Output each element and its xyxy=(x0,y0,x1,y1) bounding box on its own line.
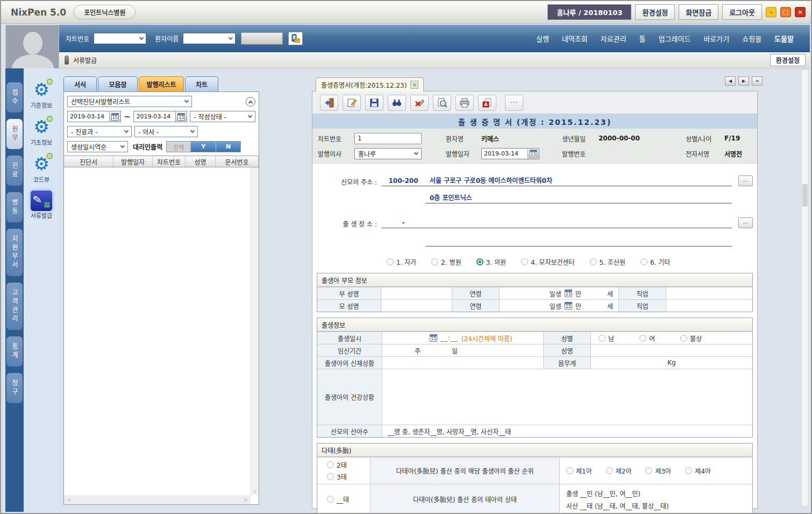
doctor-select[interactable]: - 의사 - xyxy=(134,126,198,137)
order-option-1[interactable]: 제1아 xyxy=(566,466,592,475)
date-to-input[interactable]: 2019-03-14 15 xyxy=(133,111,187,122)
menu-shortcut[interactable]: 바로가기 xyxy=(703,33,729,44)
place-option-clinic[interactable]: 3. 의원 xyxy=(476,257,506,266)
menu-tools[interactable]: 툴 xyxy=(639,33,646,44)
sms-button[interactable] xyxy=(288,32,303,45)
menu-shop[interactable]: 쇼핑몰 xyxy=(742,33,761,44)
body-condition-input[interactable] xyxy=(382,357,543,369)
delete-button[interactable] xyxy=(410,95,429,111)
sidebar-tab-treatment[interactable]: 진료 xyxy=(6,156,23,186)
mother-job-input[interactable] xyxy=(666,300,752,312)
restore-button[interactable]: □ xyxy=(780,7,791,17)
menu-upgrade[interactable]: 업그레이드 xyxy=(659,33,691,44)
calendar-button[interactable]: 15 xyxy=(175,111,187,122)
birth-place-line[interactable] xyxy=(425,227,732,228)
scroll-left-arrow[interactable]: < xyxy=(67,497,71,503)
sidebar-tab-ward[interactable]: 병동 xyxy=(6,192,23,222)
shortcut-base-info[interactable]: ⚙ ⚙ 기준정보 xyxy=(29,79,54,109)
place-option-midwifery[interactable]: 5. 조산원 xyxy=(590,257,625,266)
calendar-button[interactable]: 15 xyxy=(528,149,539,159)
list-vertical-scrollbar[interactable]: ∨ xyxy=(251,167,259,495)
twins-option[interactable]: 2태 xyxy=(327,460,347,469)
col-doc-no[interactable]: 문서번호 xyxy=(216,156,259,167)
logout-button[interactable]: 로그아웃 xyxy=(722,4,762,20)
mother-address-line1[interactable]: 서울 구로구 구로0동 에이스하이엔드타워0차 xyxy=(425,175,732,186)
edit-button[interactable] xyxy=(343,95,361,111)
scrollbar-thumb[interactable] xyxy=(802,184,808,207)
tab-forms[interactable]: 서식 xyxy=(63,76,97,91)
sidebar-tab-billing[interactable]: 청구 xyxy=(6,373,23,403)
menu-run[interactable]: 실행 xyxy=(536,33,549,44)
list-type-select[interactable]: 선택진단서발행리스트 xyxy=(67,96,192,107)
search-button[interactable] xyxy=(241,32,283,45)
pdf-button[interactable] xyxy=(478,95,496,111)
sidebar-tab-stats[interactable]: 통계 xyxy=(6,336,23,367)
pregnancy-cell[interactable]: 주 일 xyxy=(382,344,543,356)
mother-name-input[interactable] xyxy=(381,300,452,312)
calendar-button[interactable]: 15 xyxy=(109,111,120,122)
collapse-filter-button[interactable] xyxy=(246,97,255,107)
birth-place-value[interactable]: - xyxy=(381,219,425,228)
order-option-2[interactable]: 제2아 xyxy=(606,466,632,475)
col-issue-date[interactable]: 발행일자 xyxy=(113,156,153,167)
list-horizontal-scrollbar[interactable]: < > xyxy=(64,495,251,504)
father-birth-cell[interactable]: 일생 15 만 세 xyxy=(499,287,618,299)
settings-button[interactable]: 환경설정 xyxy=(635,4,675,20)
tab-chart[interactable]: 차트 xyxy=(185,76,218,91)
other-count-option[interactable]: __태 xyxy=(327,495,349,504)
place-option-hospital[interactable]: 2. 병원 xyxy=(431,257,461,266)
shortcut-basic-info[interactable]: ⚙ ⚙ 기초정보 xyxy=(29,116,54,146)
close-button[interactable]: × xyxy=(795,7,806,17)
document-list-button[interactable]: ≡ xyxy=(752,76,763,86)
shortcut-code-view[interactable]: ⚙ ⚙ 코드뷰 xyxy=(29,153,54,184)
menu-history[interactable]: 내역조회 xyxy=(562,33,588,44)
issue-date-input[interactable]: 2019-03-14 15 xyxy=(481,148,539,159)
place-option-center[interactable]: 4. 모자보건센터 xyxy=(521,257,575,266)
scroll-down-arrow[interactable]: ∨ xyxy=(251,489,259,494)
sidebar-tab-admin[interactable]: 원무 xyxy=(6,119,23,149)
tab-collection[interactable]: 모음장 xyxy=(98,76,138,91)
menu-data[interactable]: 자료관리 xyxy=(601,33,626,44)
chart-no-combo[interactable] xyxy=(94,33,146,44)
proxy-no-button[interactable]: N xyxy=(216,142,240,152)
sidebar-tab-crm[interactable]: 고객관리 xyxy=(6,283,23,330)
proxy-all-button[interactable]: 전체 xyxy=(167,142,191,152)
mother-address-line2[interactable]: 0층 포인트닉스 xyxy=(425,193,732,203)
preview-button[interactable] xyxy=(433,95,451,111)
find-button[interactable] xyxy=(388,95,406,111)
document-tab[interactable]: 출생증명서(개정:2015.12.23) × xyxy=(316,78,424,91)
save-button[interactable] xyxy=(365,95,383,111)
proxy-yes-button[interactable]: Y xyxy=(191,142,216,152)
document-close-button[interactable]: × xyxy=(410,81,418,89)
col-name[interactable]: 성명 xyxy=(186,156,216,167)
date-from-input[interactable]: 2019-03-14 15 xyxy=(67,111,121,122)
next-document-button[interactable]: ▶ xyxy=(738,76,749,86)
status-select[interactable]: - 작성상태 - xyxy=(190,111,255,122)
tab-issue-list[interactable]: 발행리스트 xyxy=(139,76,184,91)
sex-option-male[interactable]: 남 xyxy=(599,334,614,343)
multi-state-cell[interactable]: 출생 __인 (남__인, 여__인) 사산 __태 (남__태, 여__태, … xyxy=(559,484,752,514)
scroll-right-arrow[interactable]: > xyxy=(244,497,248,503)
birth-place-lookup-button[interactable]: ··· xyxy=(738,217,753,228)
exit-button[interactable] xyxy=(320,95,338,111)
weight-cell[interactable]: Kg xyxy=(590,357,752,369)
sidebar-tab-support[interactable]: 지원부서 xyxy=(6,229,23,276)
birth-datetime-cell[interactable]: 15 __:__ (24시간제에 따름) xyxy=(382,332,543,344)
health-condition-input[interactable] xyxy=(382,369,752,425)
menu-help[interactable]: 도움말 xyxy=(774,33,794,44)
place-option-home[interactable]: 1. 자가 xyxy=(387,257,416,266)
prev-document-button[interactable]: ◀ xyxy=(725,76,736,86)
chart-no-input[interactable]: 1 xyxy=(354,133,422,144)
birth-count-cell[interactable]: __명 중, 생존자__명, 사망자__명, 사산자__태 xyxy=(382,425,752,437)
sidebar-tab-reception[interactable]: 접수 xyxy=(6,82,23,112)
main-vertical-scrollbar[interactable] xyxy=(801,69,809,506)
mother-birth-cell[interactable]: 일생 15 만 세 xyxy=(499,300,618,312)
col-chart-no[interactable]: 차트번호 xyxy=(153,156,186,167)
time-placeholder[interactable]: __:__ xyxy=(440,334,458,342)
sex-option-unknown[interactable]: 불상 xyxy=(680,334,702,343)
lock-screen-button[interactable]: 화면잠금 xyxy=(679,4,718,20)
birth-place-line2[interactable] xyxy=(425,245,732,247)
page-settings-button[interactable]: 환경설정 xyxy=(770,54,806,66)
order-option-4[interactable]: 제4아 xyxy=(685,466,711,475)
place-option-other[interactable]: 6. 기타 xyxy=(640,257,670,266)
